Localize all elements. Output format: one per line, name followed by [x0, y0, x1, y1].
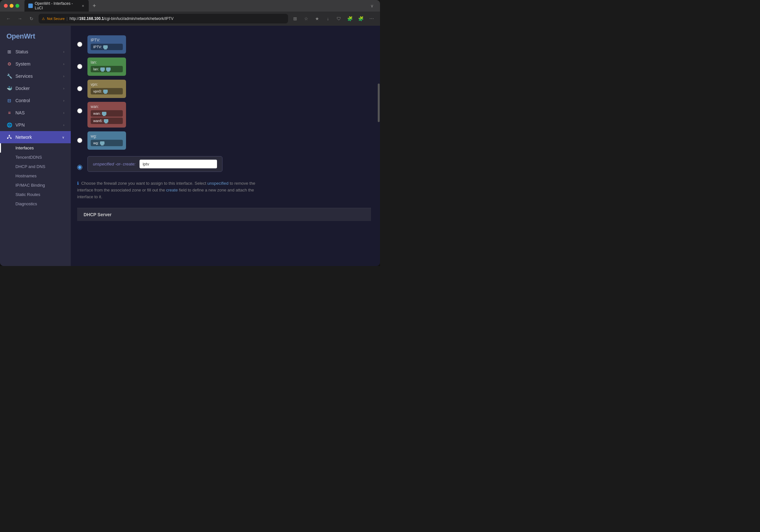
tab-close-button[interactable]: ✕: [81, 4, 85, 8]
docker-icon: 🐳: [6, 85, 12, 91]
zone-card-vpn[interactable]: vpn: vpn0:: [87, 80, 126, 98]
logo-text: OpenWrt: [6, 32, 35, 40]
zone-label-iptv: IPTV:: [91, 38, 123, 42]
help-link-unspecified[interactable]: unspecified: [207, 181, 229, 186]
status-label: Status: [16, 49, 28, 54]
zone-interface-iptv: IPTV:: [91, 44, 123, 50]
status-chevron-icon: ›: [63, 50, 64, 54]
zone-label-vpn: vpn:: [91, 82, 123, 87]
dhcp-section-header: DHCP Server: [77, 208, 371, 221]
sidebar-item-tencentddns[interactable]: TencentDDNS: [0, 153, 71, 162]
wan6-interface-icon: [104, 119, 108, 122]
bookmarks-button[interactable]: ★: [312, 14, 321, 23]
vpn-label: VPN: [16, 122, 25, 127]
zone-radio-vpn[interactable]: [77, 86, 82, 91]
zone-card-wan[interactable]: wan: wan: wan6:: [87, 102, 126, 127]
docker-label: Docker: [16, 86, 29, 91]
window-controls: ∨: [370, 3, 376, 8]
lan-interface-icon2: [106, 67, 111, 71]
unspecified-row: unspecified -or- create:: [77, 156, 371, 172]
new-tab-button[interactable]: +: [90, 2, 99, 10]
forward-button[interactable]: →: [16, 14, 24, 23]
browser-tab[interactable]: OpenWrt - Interfaces - LuCI ✕: [24, 0, 89, 12]
sidebar-item-nas[interactable]: ≡ NAS ›: [0, 107, 71, 119]
sidebar-item-diagnostics[interactable]: Diagnostics: [0, 199, 71, 208]
browser-frame: OpenWrt - Interfaces - LuCI ✕ + ∨ ← → ↻ …: [0, 0, 380, 266]
unspecified-card: unspecified -or- create:: [87, 156, 222, 172]
svg-rect-0: [9, 135, 10, 136]
more-icon-button[interactable]: ⋯: [367, 14, 376, 23]
shield-icon-button[interactable]: 🛡: [334, 14, 343, 23]
nas-chevron-icon: ›: [63, 111, 64, 115]
close-button[interactable]: [4, 4, 8, 8]
zone-row-iptv: IPTV: IPTV:: [77, 35, 371, 54]
sidebar-item-status[interactable]: ⊞ Status ›: [0, 46, 71, 58]
sidebar-nav: ⊞ Status › ⚙ System › 🔧 Services ›: [0, 46, 71, 266]
tab-bar: OpenWrt - Interfaces - LuCI ✕ +: [24, 0, 368, 12]
zone-card-wg[interactable]: wg: wg:: [87, 131, 126, 150]
app-container: OpenWrt ⊞ Status › ⚙ System › 🔧: [0, 26, 380, 266]
iptv-interface-icon: [103, 45, 108, 49]
address-bar[interactable]: ⚠ Not Secure | http://192.168.100.1/cgi-…: [39, 14, 288, 23]
help-text: ℹ Choose the firewall zone you want to a…: [77, 175, 257, 203]
zone-radio-wan[interactable]: [77, 108, 82, 113]
extension-icon-button[interactable]: 🧩: [345, 14, 354, 23]
sidebar-item-static-routes[interactable]: Static Routes: [0, 190, 71, 199]
network-sub-nav: Interfaces TencentDDNS DHCP and DNS Host…: [0, 143, 71, 208]
url-host: 192.168.100.1: [79, 17, 104, 21]
extension2-icon-button[interactable]: 🧩: [356, 14, 365, 23]
maximize-button[interactable]: [16, 4, 19, 8]
help-link-create[interactable]: create: [166, 188, 178, 193]
zone-row-wan: wan: wan: wan6:: [77, 102, 371, 127]
sidebar-item-network[interactable]: Network ∨: [0, 131, 71, 143]
url-separator: |: [67, 17, 68, 21]
zone-card-lan[interactable]: lan: lan:: [87, 58, 126, 76]
sidebar-item-ipmac[interactable]: IP/MAC Binding: [0, 181, 71, 190]
zone-label-wan: wan:: [91, 105, 123, 109]
create-zone-input[interactable]: [140, 160, 217, 168]
bookmark-icon-button[interactable]: ☆: [302, 14, 310, 23]
sidebar-item-dhcp-dns[interactable]: DHCP and DNS: [0, 162, 71, 171]
services-icon: 🔧: [6, 73, 12, 79]
sidebar-item-vpn[interactable]: 🌐 VPN ›: [0, 119, 71, 131]
scrollbar-track[interactable]: [377, 26, 380, 266]
sidebar-item-interfaces[interactable]: Interfaces: [0, 143, 71, 153]
help-icon: ℹ: [77, 181, 79, 186]
zone-radio-lan[interactable]: [77, 64, 82, 69]
zone-label-lan: lan:: [91, 60, 123, 65]
network-chevron-icon: ∨: [62, 136, 64, 139]
back-button[interactable]: ←: [4, 14, 13, 23]
svg-rect-1: [7, 138, 8, 139]
zone-radio-wg[interactable]: [77, 138, 82, 143]
minimize-button[interactable]: [10, 4, 14, 8]
sidebar-item-control[interactable]: ⊟ Control ›: [0, 94, 71, 107]
download-icon-button[interactable]: ↓: [323, 14, 332, 23]
zone-interface-wg: wg:: [91, 140, 123, 146]
tab-title: OpenWrt - Interfaces - LuCI: [35, 1, 77, 10]
zones-container: IPTV: IPTV: lan: lan:: [77, 32, 371, 175]
iface-text-wg: wg:: [93, 141, 99, 145]
not-secure-label: Not Secure: [47, 17, 65, 21]
sidebar-item-system[interactable]: ⚙ System ›: [0, 58, 71, 70]
app-logo: OpenWrt: [0, 26, 71, 46]
unspecified-label: unspecified -or- create:: [93, 161, 136, 166]
zone-card-iptv[interactable]: IPTV: IPTV:: [87, 35, 126, 54]
zone-interface-wan: wan:: [91, 110, 123, 116]
scrollbar-thumb[interactable]: [378, 83, 380, 122]
sidebar-item-hostnames[interactable]: Hostnames: [0, 171, 71, 181]
dhcp-section-label: DHCP Server: [84, 212, 112, 217]
toolbar-icons: ⊞ ☆ ★ ↓ 🛡 🧩 🧩 ⋯: [291, 14, 376, 23]
refresh-button[interactable]: ↻: [27, 14, 36, 23]
nas-label: NAS: [16, 110, 25, 115]
lan-interface-icon: [100, 67, 105, 71]
zone-interface-vpn0: vpn0:: [91, 88, 123, 94]
zone-radio-iptv[interactable]: [77, 42, 82, 47]
sidebar-item-docker[interactable]: 🐳 Docker ›: [0, 82, 71, 94]
iface-text-vpn0: vpn0:: [93, 89, 102, 93]
sidebar-item-services[interactable]: 🔧 Services ›: [0, 70, 71, 82]
grid-icon-button[interactable]: ⊞: [291, 14, 300, 23]
iface-text-wan: wan:: [93, 111, 101, 115]
control-label: Control: [16, 98, 30, 103]
zone-interface-lan: lan:: [91, 66, 123, 72]
zone-radio-unspecified[interactable]: [77, 165, 82, 170]
